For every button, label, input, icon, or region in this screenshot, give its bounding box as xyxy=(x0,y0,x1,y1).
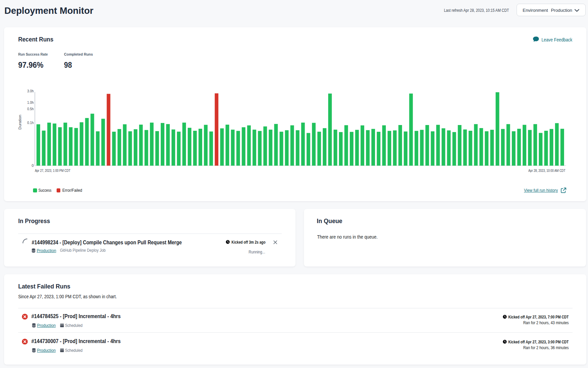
svg-text:3.0h: 3.0h xyxy=(27,89,34,93)
svg-text:Duration: Duration xyxy=(18,115,22,129)
svg-text:0.5h: 0.5h xyxy=(27,106,34,111)
svg-text:Apr 27, 2023, 1:00 PM CDT: Apr 27, 2023, 1:00 PM CDT xyxy=(35,168,70,172)
svg-text:0.1h: 0.1h xyxy=(27,120,34,124)
svg-text:1.0h: 1.0h xyxy=(27,100,34,104)
svg-text:0: 0 xyxy=(32,163,34,167)
svg-text:Apr 28, 2023, 10:00 AM CDT: Apr 28, 2023, 10:00 AM CDT xyxy=(528,168,565,172)
